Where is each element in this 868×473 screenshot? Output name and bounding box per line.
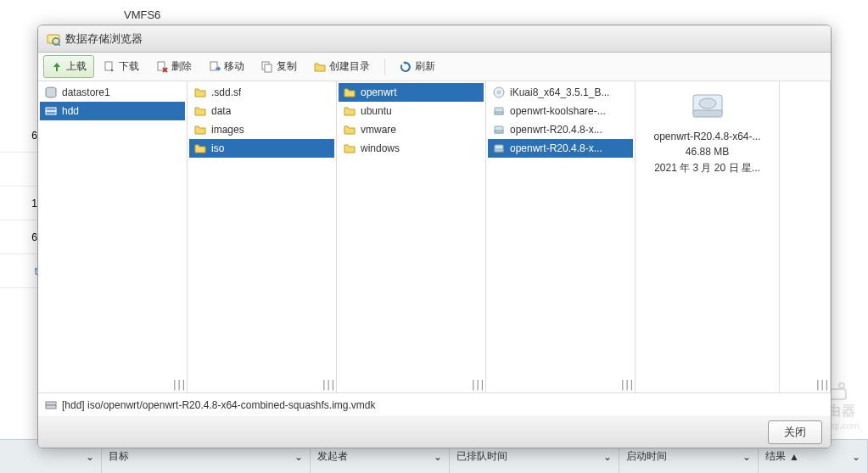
col-header[interactable]: 已排队时间 xyxy=(456,449,507,464)
svg-rect-21 xyxy=(495,131,503,133)
column-4: iKuai8_x64_3.5.1_B...openwrt-koolshare-.… xyxy=(486,81,636,392)
new-folder-icon xyxy=(314,61,326,73)
upload-icon xyxy=(51,61,63,73)
close-button[interactable]: 关闭 xyxy=(768,420,822,444)
col-header[interactable]: 目标 xyxy=(109,449,129,464)
svg-rect-14 xyxy=(46,108,56,111)
list-item[interactable]: iKuai8_x64_3.5.1_B... xyxy=(488,83,633,102)
bg-rownum: 6 xyxy=(0,119,42,153)
preview-date: 2021 年 3 月 20 日 星... xyxy=(654,161,760,175)
delete-button[interactable]: 删除 xyxy=(148,55,199,78)
bg-rownum: 1 xyxy=(0,186,42,220)
col-header[interactable]: 启动时间 xyxy=(626,449,667,464)
folder-icon xyxy=(194,86,206,98)
column-1: datastore1hdd ||| xyxy=(38,81,188,392)
list-item[interactable]: vmware xyxy=(339,120,484,139)
bg-rownum: 6 xyxy=(0,220,42,254)
disk-icon xyxy=(493,142,505,154)
preview-filename: openwrt-R20.4.8-x64-... xyxy=(653,131,760,142)
item-label: data xyxy=(211,105,231,117)
dialog-footer: 关闭 xyxy=(38,417,831,448)
column-empty: ||| xyxy=(780,81,831,392)
datastore-icon xyxy=(45,86,57,98)
column-browser: datastore1hdd ||| .sdd.sfdataimagesiso |… xyxy=(38,81,831,393)
svg-point-2 xyxy=(839,383,844,388)
list-item[interactable]: ubuntu xyxy=(339,102,484,120)
download-icon xyxy=(104,61,115,73)
list-item[interactable]: windows xyxy=(339,139,484,158)
folder-icon xyxy=(344,86,356,98)
resize-handle[interactable]: ||| xyxy=(815,379,828,391)
bg-rownum: t xyxy=(0,254,42,288)
move-icon xyxy=(209,61,221,73)
svg-rect-6 xyxy=(105,62,112,70)
titlebar[interactable]: 数据存储浏览器 xyxy=(38,25,831,53)
column-2: .sdd.sfdataimagesiso ||| xyxy=(188,81,337,392)
chevron-down-icon[interactable]: ⌄ xyxy=(742,451,751,463)
col-header[interactable]: 发起者 xyxy=(317,449,348,464)
resize-handle[interactable]: ||| xyxy=(321,379,334,391)
list-item[interactable]: openwrt-R20.4.8-x... xyxy=(488,120,633,139)
resize-handle[interactable]: ||| xyxy=(619,379,633,391)
hdd-icon xyxy=(45,399,57,411)
svg-point-26 xyxy=(699,98,716,109)
toolbar-separator xyxy=(384,58,385,75)
folder-icon xyxy=(344,142,356,154)
column-3: openwrtubuntuvmwarewindows ||| xyxy=(337,81,486,392)
item-label: images xyxy=(211,124,244,136)
list-item[interactable]: images xyxy=(189,120,334,139)
folder-icon xyxy=(344,105,356,117)
item-label: openwrt-R20.4.8-x... xyxy=(510,124,602,136)
col-header[interactable]: 结果 xyxy=(765,449,786,464)
item-label: iso xyxy=(211,142,224,154)
list-item[interactable]: .sdd.sf xyxy=(189,83,334,102)
svg-rect-25 xyxy=(693,110,722,117)
svg-rect-28 xyxy=(46,405,56,409)
mkdir-button[interactable]: 创建目录 xyxy=(306,55,378,78)
folder-icon xyxy=(194,124,206,136)
chevron-down-icon[interactable]: ⌄ xyxy=(434,451,442,463)
folder-icon xyxy=(194,142,206,154)
copy-button[interactable]: 复制 xyxy=(254,55,305,78)
folder-icon xyxy=(344,124,356,136)
path-text: [hdd] iso/openwrt/openwrt-R20.4.8-x64-co… xyxy=(62,399,376,411)
copy-icon xyxy=(261,61,273,73)
list-item[interactable]: openwrt-koolshare-... xyxy=(488,102,633,120)
chevron-down-icon[interactable]: ⌄ xyxy=(86,451,94,463)
list-item[interactable]: datastore1 xyxy=(40,83,185,102)
svg-rect-15 xyxy=(46,111,56,114)
download-button[interactable]: 下载 xyxy=(96,55,147,78)
bg-vmfs-label: VMFS6 xyxy=(124,8,160,21)
toolbar: 上载 下载 删除 移动 复制 创建目录 刷新 xyxy=(38,53,831,81)
datastore-browser-dialog: 数据存储浏览器 上载 下载 删除 移动 复制 创建目录 刷新 xyxy=(37,25,832,448)
item-label: openwrt xyxy=(361,86,397,98)
disk-icon xyxy=(493,124,505,136)
chevron-down-icon[interactable]: ⌄ xyxy=(603,451,612,463)
disk-large-icon xyxy=(690,92,725,122)
resize-handle[interactable]: ||| xyxy=(171,379,185,391)
item-label: datastore1 xyxy=(62,86,110,98)
upload-button[interactable]: 上载 xyxy=(43,55,94,78)
svg-line-5 xyxy=(59,44,60,46)
list-item[interactable]: hdd xyxy=(40,102,185,120)
chevron-down-icon[interactable]: ⌄ xyxy=(852,451,860,463)
preview-pane: openwrt-R20.4.8-x64-... 46.88 MB 2021 年 … xyxy=(636,81,780,392)
list-item[interactable]: data xyxy=(189,102,334,120)
resize-handle[interactable]: ||| xyxy=(470,379,484,391)
refresh-button[interactable]: 刷新 xyxy=(392,55,443,78)
move-button[interactable]: 移动 xyxy=(201,55,252,78)
list-item[interactable]: iso xyxy=(189,139,334,158)
list-item[interactable]: openwrt-R20.4.8-x... xyxy=(488,139,633,158)
svg-rect-12 xyxy=(265,64,272,72)
list-item[interactable]: openwrt xyxy=(339,83,484,102)
item-label: iKuai8_x64_3.5.1_B... xyxy=(510,86,609,98)
bg-rownum xyxy=(0,153,42,186)
svg-rect-19 xyxy=(495,112,503,114)
hdd-icon xyxy=(45,105,57,117)
delete-icon xyxy=(156,61,168,73)
path-bar: [hdd] iso/openwrt/openwrt-R20.4.8-x64-co… xyxy=(38,393,831,417)
refresh-icon xyxy=(400,61,412,73)
disk-icon xyxy=(493,105,505,117)
chevron-down-icon[interactable]: ⌄ xyxy=(294,451,303,463)
sort-icon[interactable]: ▲ xyxy=(789,451,799,463)
